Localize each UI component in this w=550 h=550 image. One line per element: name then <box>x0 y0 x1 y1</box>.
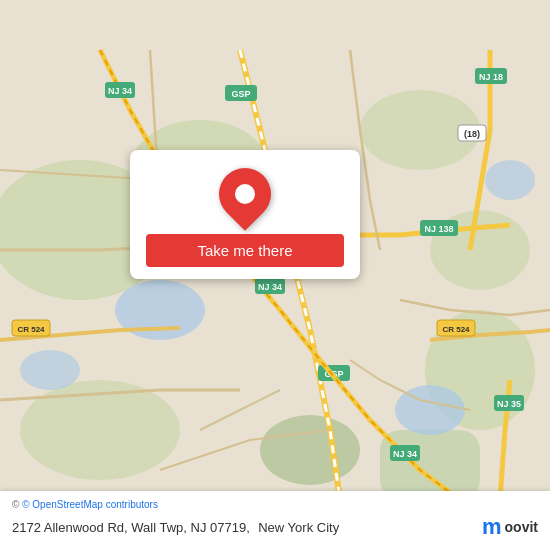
svg-text:CR 524: CR 524 <box>17 325 45 334</box>
address-block: 2172 Allenwood Rd, Wall Twp, NJ 07719, N… <box>12 518 482 536</box>
svg-text:(18): (18) <box>464 129 480 139</box>
openstreetmap-link[interactable]: © OpenStreetMap contributors <box>22 499 158 510</box>
svg-text:NJ 138: NJ 138 <box>424 224 453 234</box>
copyright-symbol: © <box>12 499 19 510</box>
bottom-bar: © © OpenStreetMap contributors 2172 Alle… <box>0 491 550 550</box>
location-pin-inner <box>235 184 255 204</box>
svg-point-11 <box>20 350 80 390</box>
svg-text:NJ 34: NJ 34 <box>258 282 282 292</box>
svg-text:NJ 34: NJ 34 <box>393 449 417 459</box>
map-container: GSP GSP NJ 34 NJ 34 NJ 34 NJ 18 (18) NJ … <box>0 0 550 550</box>
svg-text:NJ 18: NJ 18 <box>479 72 503 82</box>
svg-text:CR 524: CR 524 <box>442 325 470 334</box>
moovit-logo: m oovit <box>482 514 538 540</box>
svg-rect-6 <box>380 430 480 500</box>
info-card: Take me there <box>130 150 360 279</box>
map-attribution: © © OpenStreetMap contributors <box>12 499 538 510</box>
svg-text:GSP: GSP <box>231 89 250 99</box>
moovit-text: oovit <box>505 519 538 535</box>
svg-text:NJ 34: NJ 34 <box>108 86 132 96</box>
svg-point-8 <box>260 415 360 485</box>
svg-point-12 <box>485 160 535 200</box>
city-line: New York City <box>258 520 339 535</box>
address-line: 2172 Allenwood Rd, Wall Twp, NJ 07719, <box>12 520 250 535</box>
take-me-there-button[interactable]: Take me there <box>146 234 344 267</box>
location-pin <box>208 157 282 231</box>
moovit-m-letter: m <box>482 514 502 540</box>
bottom-info-row: 2172 Allenwood Rd, Wall Twp, NJ 07719, N… <box>12 514 538 540</box>
svg-text:NJ 35: NJ 35 <box>497 399 521 409</box>
